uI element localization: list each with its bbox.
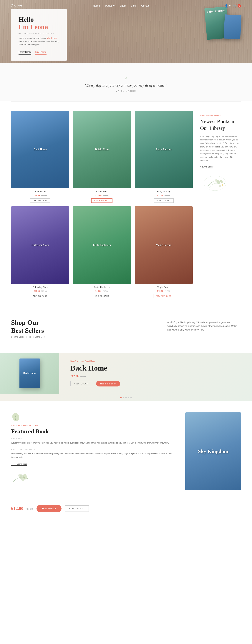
books-grid: Back Home Back Home £12.00 £17.00 ADD TO… — [11, 111, 193, 298]
nav-pages[interactable]: Pages ▾ — [105, 4, 114, 7]
featured-section: Hand Picked Additions Featured Book THE … — [0, 401, 252, 501]
book-price-new-2: £12.00 — [96, 194, 102, 197]
book-title-5: Little Explorers — [73, 286, 131, 289]
featured-add-to-cart-button[interactable]: ADD TO CART — [65, 506, 89, 512]
wordpress-link[interactable]: WordPress — [47, 37, 57, 39]
book-cover-image-2: Bright Skies — [73, 111, 131, 188]
latest-books-button[interactable]: Latest Books — [18, 50, 31, 55]
book-price-6: £12.00 £17.00 — [135, 290, 193, 292]
slider-dot-1[interactable] — [120, 397, 122, 398]
slider-price: £12.00 £17.00 — [70, 374, 241, 378]
navigation: Leona Home Pages ▾ Shop Blog Contact | 👤… — [0, 0, 252, 12]
bestsellers-header: Shop OurBest Sellers See the Books Peopl… — [11, 319, 241, 338]
learn-more-link[interactable]: —— Learn More — [11, 463, 27, 466]
cart-badge: 0 — [238, 4, 241, 8]
slider-dots — [0, 394, 252, 401]
svg-point-5 — [224, 183, 225, 184]
slider-add-to-cart-button[interactable]: ADD TO CART — [70, 381, 93, 386]
featured-leaf-decor — [11, 471, 174, 487]
featured-right-panel: Sky Kingdom — [185, 412, 241, 490]
book-price-new-4: £14.00 — [34, 290, 40, 292]
svg-point-7 — [11, 412, 20, 422]
featured-hand-picked: Hand Picked Additions — [11, 424, 174, 426]
book-price-new-3: £12.00 — [157, 194, 163, 197]
featured-story-label: THE STORY — [11, 438, 174, 440]
book-cover-title-1: Back Home — [34, 148, 47, 151]
hero-content-box: Hello I'm Leona GET THE LATEST BESTSELLE… — [11, 9, 67, 60]
quote-author: MATSU BASHIO — [11, 90, 241, 92]
book-cover-title-4: Glittering Stars — [32, 244, 49, 246]
books-grid-inner: Back Home Back Home £12.00 £17.00 ADD TO… — [11, 111, 193, 298]
slider-inner: Back Home Book 3 of Home, Sweet Home Bac… — [0, 353, 252, 394]
book-cover-4: Glittering Stars — [11, 206, 69, 284]
book-cover-image-5: Little Explorers — [73, 206, 131, 284]
slider-dot-3[interactable] — [125, 397, 127, 398]
book-price-old-1: £17.00 — [41, 194, 47, 196]
book-cover-2: Bright Skies — [73, 111, 131, 188]
featured-book-cover: Sky Kingdom — [185, 412, 241, 490]
site-logo[interactable]: Leona — [11, 3, 22, 8]
nav-contact[interactable]: Contact — [141, 4, 150, 7]
learn-more-label: Learn More — [17, 463, 27, 465]
view-all-books-link[interactable]: View All Books — [200, 166, 214, 168]
slider-dot-2[interactable] — [123, 397, 124, 398]
book-btn-2[interactable]: BUY PRODUCT — [91, 198, 112, 203]
book-btn-3[interactable]: ADD TO CART — [154, 198, 174, 203]
featured-about-label: ABOUT SKY KINGDOM — [11, 448, 174, 450]
nav-shop[interactable]: Shop — [120, 4, 126, 7]
book-card-6: Magic Corner Magic Corner £12.00 £17.00 … — [135, 206, 193, 298]
book-card-3: Fairy Journey Fairy Journey £12.00 £16.0… — [135, 111, 193, 203]
book-price-4: £14.00 £16.00 — [11, 290, 69, 292]
slider-dot-5[interactable] — [130, 397, 132, 398]
book-price-2: £12.00 £16.00 — [73, 194, 131, 197]
quote-leaf-icon: ⸙ — [11, 76, 241, 80]
book-cover-5: Little Explorers — [73, 206, 131, 284]
book-title-4: Glittering Stars — [11, 286, 69, 289]
slider-price-old: £17.00 — [80, 375, 86, 378]
book-price-old-2: £16.00 — [103, 194, 108, 196]
book-price-old-4: £16.00 — [41, 290, 47, 292]
learn-more-line: —— — [11, 463, 15, 465]
svg-point-4 — [222, 184, 223, 186]
slider-cover-label: Back Home — [23, 372, 36, 375]
book-btn-5[interactable]: ADD TO CART — [92, 294, 112, 298]
sidebar-hand-picked: Hand Picked Additions. — [200, 114, 241, 117]
nav-blog[interactable]: Blog — [131, 4, 136, 7]
featured-story-text: Wouldn't you like to get away? Sometimes… — [11, 441, 174, 445]
book-title-2: Bright Skies — [73, 190, 131, 193]
featured-title: Featured Book — [11, 428, 174, 435]
divider-icon: | — [222, 4, 222, 8]
cart-icon[interactable]: 🛒 0 — [233, 4, 241, 8]
book-price-old-3: £16.00 — [164, 194, 170, 196]
svg-point-0 — [204, 176, 226, 191]
book-price-3: £12.00 £16.00 — [135, 194, 193, 197]
sidebar-description: It's a neighborly day in this beautywood… — [200, 135, 241, 162]
bestsellers-description: Wouldn't you like to get away? Sometimes… — [167, 319, 241, 332]
book-card-4: Glittering Stars Glittering Stars £14.00… — [11, 206, 69, 298]
featured-leaf-icon — [11, 412, 174, 422]
slider-book-cover: Back Home — [20, 358, 40, 388]
book-btn-1[interactable]: ADD TO CART — [30, 198, 50, 203]
slider-dot-4[interactable] — [128, 397, 129, 398]
bestsellers-subtitle: See the Books People Read the Most — [11, 336, 45, 338]
slider-read-book-button[interactable]: Read the Book — [96, 381, 120, 386]
book-cover-6: Magic Corner — [135, 206, 193, 284]
slider-buttons: ADD TO CART Read the Book — [70, 381, 241, 386]
slider-price-new: £12.00 — [70, 374, 78, 378]
buy-theme-button[interactable]: Buy Theme — [35, 50, 46, 55]
user-icon[interactable]: 👤 ▾ — [224, 4, 230, 8]
nav-home[interactable]: Home — [93, 4, 100, 7]
book-btn-6[interactable]: BUY PRODUCT — [153, 294, 174, 298]
sidebar-decoration — [200, 172, 241, 195]
book-cover-title-3: Fairy Journey — [156, 148, 172, 151]
book-cover-title-2: Bright Skies — [95, 148, 109, 151]
hero-buttons: Latest Books Buy Theme — [18, 50, 59, 55]
books-sidebar: Hand Picked Additions. Newest Books inOu… — [200, 111, 241, 195]
bestsellers-title: Shop OurBest Sellers — [11, 319, 45, 334]
hero-book-side — [224, 14, 242, 40]
featured-read-book-button[interactable]: Read the Book — [36, 505, 62, 512]
book-btn-4[interactable]: ADD TO CART — [30, 294, 50, 298]
book-title-6: Magic Corner — [135, 286, 193, 289]
featured-price-new: £12.00 £17.00 — [11, 506, 33, 511]
sidebar-title: Newest Books inOur Library — [200, 118, 241, 132]
